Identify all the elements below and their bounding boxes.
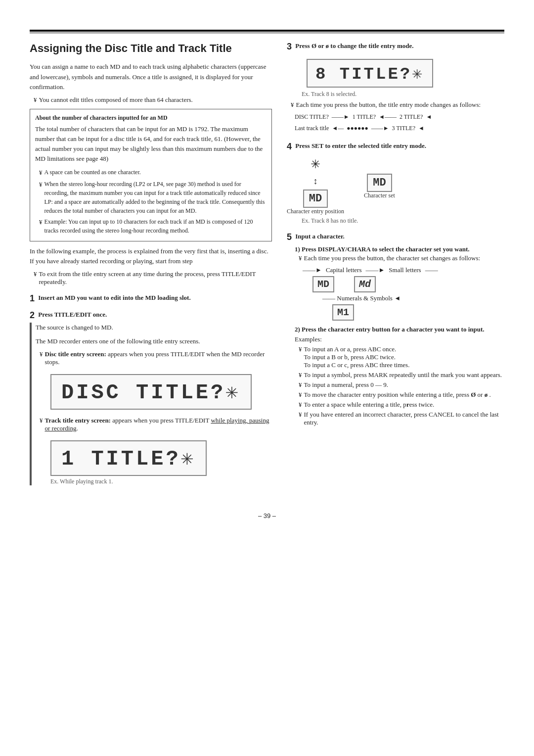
step-4-block: 4 Press SET to enter the selected title … — [287, 142, 504, 225]
flow-arrow-5: ——► — [371, 123, 389, 134]
step-3-title: Press Ø or ø to change the title entry m… — [295, 42, 413, 49]
example-6-text: To move the character entry position whi… — [304, 391, 491, 399]
flow-row-cap: ——► Capital letters ——► Small letters —— — [303, 266, 504, 274]
step-4-number: 4 — [287, 142, 292, 152]
small-lcd: Md — [354, 276, 376, 292]
page: Assigning the Disc Title and Track Title… — [0, 0, 534, 756]
bullet-exit-text: To exit from the title entry screen at a… — [39, 270, 272, 286]
flow-cap-label: Capital letters — [326, 266, 362, 274]
page-number: – 39 – — [30, 512, 504, 520]
example-7-text: To enter a space while entering a title,… — [304, 401, 435, 409]
char-set-arrow — [377, 160, 382, 170]
char-pos-icon: ✳ — [311, 158, 320, 171]
step-2-block: 2 Press TITLE/EDIT once. The source is c… — [30, 311, 272, 485]
flow-num-label: —— Numerals & Symbols ◄ — [322, 294, 400, 302]
flow-arrow-small: —— — [425, 266, 438, 274]
example-1: ¥ To input an A or a, press ABC once.To … — [295, 345, 504, 369]
char-entry-left: ✳ ↕ MD Character entry position — [287, 156, 344, 215]
step-5-number: 5 — [287, 233, 292, 242]
examples-label: Examples: — [295, 335, 504, 343]
char-set-label: Character set — [364, 192, 395, 199]
example-4-text: To input a symbol, press MARK repeatedly… — [304, 371, 502, 379]
flow-arrow-3: ◄ — [426, 112, 432, 123]
flow-last-track: Last track title — [295, 123, 329, 134]
left-column: Assigning the Disc Title and Track Title… — [30, 42, 272, 492]
char-flow-diagram: ——► Capital letters ——► Small letters ——… — [303, 266, 504, 321]
top-rule — [30, 30, 504, 32]
step-3-bullet: ¥ Each time you press the button, the ti… — [287, 101, 504, 109]
flow-arrow-6: ◄ — [418, 123, 424, 134]
char-entry-diagram: ✳ ↕ MD Character entry position MD Chara… — [287, 156, 504, 215]
flow-arrow-cap: ——► — [303, 266, 322, 274]
flow-3-title: 3 TITLE? — [392, 123, 415, 134]
flow-arrow-2: ◄—— — [379, 112, 397, 123]
flow-arrow-cap2: ——► — [365, 266, 385, 274]
step-2-bar-content: The source is changed to MD. The MD reco… — [30, 323, 272, 485]
flow-dots: ●●●●●● — [347, 123, 368, 134]
substep-2-num: 2) — [295, 326, 300, 333]
info-bullet-1: ¥ A space can be counted as one characte… — [35, 168, 267, 178]
flow-2-title: 2 TITLE? — [400, 112, 423, 123]
example-5-text: To input a numeral, press 0 — 9. — [304, 381, 389, 389]
track-lcd-display: 1 TITLE?✳ — [50, 440, 207, 476]
step-2-number: 2 — [30, 311, 35, 321]
flow-arrow-1: ——► — [332, 112, 350, 123]
track-screen-desc: ¥ Track title entry screen: appears when… — [36, 417, 272, 432]
info-bullet-3-text: Example: You can input up to 10 characte… — [44, 217, 267, 235]
step-3-bullet-text: Each time you press the button, the titl… — [296, 101, 481, 109]
flow-1-title: 1 TITLE? — [353, 112, 376, 123]
two-col-layout: Assigning the Disc Title and Track Title… — [30, 42, 504, 492]
step-2-body1: The source is changed to MD. — [36, 323, 272, 332]
top-rule2 — [30, 33, 504, 33]
disc-screen-bold: Disc title entry screen: — [45, 350, 106, 358]
step-3-number: 3 — [287, 42, 292, 52]
example-5: ¥ To input a numeral, press 0 — 9. — [295, 381, 504, 389]
step-2-title: Press TITLE/EDIT once. — [38, 311, 107, 318]
substep-1-block: 1) Press DISPLAY/CHARA to select the cha… — [287, 245, 504, 321]
substep-1-num: 1) — [295, 245, 300, 253]
example-8: ¥ If you have entered an incorrect chara… — [295, 411, 504, 426]
step-4-ex: Ex. Track 8 has no title. — [302, 217, 504, 225]
bullet-yen-1: ¥ — [34, 96, 37, 104]
info-box: About the number of characters inputted … — [30, 109, 272, 241]
info-bullet-2: ¥ When the stereo long-hour recording (L… — [35, 180, 267, 215]
bullet-no-edit: ¥ You cannot edit titles composed of mor… — [30, 96, 272, 104]
track-screen-bold: Track title entry screen: — [45, 417, 111, 424]
char-set-lcd: MD — [367, 174, 392, 192]
step-4-title: Press SET to enter the selected title en… — [295, 142, 426, 149]
bullet-exit: ¥ To exit from the title entry screen at… — [30, 270, 272, 286]
example-6: ¥ To move the character entry position w… — [295, 391, 504, 399]
flow-row-num: —— Numerals & Symbols ◄ — [303, 294, 504, 302]
step-3-lcd: 8 TITLE?✳ — [307, 59, 433, 88]
substep-2-block: 2) Press the character entry button for … — [287, 326, 504, 426]
step-1-content: Insert an MD you want to edit into the M… — [38, 294, 267, 302]
char-pos-arrow: ↕ — [313, 176, 317, 186]
right-column: 3 Press Ø or ø to change the title entry… — [287, 42, 504, 492]
step-1-title: Insert an MD you want to edit into the M… — [38, 294, 190, 301]
mode-flow: DISC TITLE? ——► 1 TITLE? ◄—— 2 TITLE? ◄ … — [295, 112, 504, 134]
info-bullet-1-text: A space can be counted as one character. — [44, 168, 141, 178]
disc-lcd-display: DISC TITLE?✳ — [50, 374, 252, 410]
page-title: Assigning the Disc Title and Track Title — [30, 42, 272, 55]
substep-1-bullet: ¥ Each time you press the button, the ch… — [295, 254, 504, 262]
info-box-title: About the number of characters inputted … — [35, 113, 267, 122]
step-1-block: 1 Insert an MD you want to edit into the… — [30, 294, 272, 304]
step-5-title: Input a character. — [295, 233, 345, 240]
step-2-body2: The MD recorder enters one of the follow… — [36, 336, 272, 346]
bullet-no-edit-text: You cannot edit titles composed of more … — [39, 96, 193, 104]
track-ex-label: Ex. While playing track 1. — [50, 478, 272, 485]
flow-disc-title: DISC TITLE? — [295, 112, 329, 123]
substep-1-bullet-text: Each time you press the button, the char… — [304, 254, 481, 262]
example-4: ¥ To input a symbol, press MARK repeated… — [295, 371, 504, 379]
track-screen-rest: appears when you press TITLE/EDIT — [112, 417, 209, 424]
char-entry-right: MD Character set — [364, 156, 395, 199]
flow-small-label: Small letters — [389, 266, 421, 274]
step-5-block: 5 Input a character. 1) Press DISPLAY/CH… — [287, 233, 504, 426]
step-3-ex: Ex. Track 8 is selected. — [302, 91, 504, 98]
para2: In the following example, the process is… — [30, 246, 272, 266]
substep-1-title: Press DISPLAY/CHARA to select the charac… — [302, 245, 470, 253]
example-8-text: If you have entered an incorrect charact… — [304, 411, 505, 426]
info-bullet-3: ¥ Example: You can input up to 10 charac… — [35, 217, 267, 235]
example-1-text: To input an A or a, press ABC once.To in… — [304, 345, 410, 369]
substep-2-title: Press the character entry button for a c… — [302, 326, 485, 333]
